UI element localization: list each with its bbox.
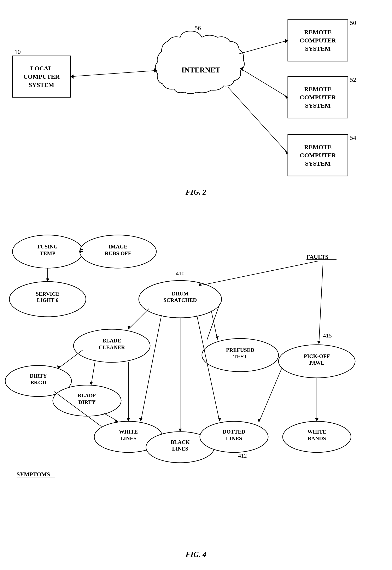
svg-line-108	[259, 369, 282, 422]
svg-point-46	[73, 329, 150, 362]
svg-line-84	[199, 261, 319, 286]
svg-text:DIRTY: DIRTY	[79, 399, 96, 405]
svg-text:WHITE: WHITE	[119, 429, 138, 435]
svg-text:COMPUTER: COMPUTER	[300, 152, 336, 159]
svg-text:52: 52	[350, 76, 356, 83]
svg-line-90	[141, 315, 162, 421]
svg-point-65	[202, 338, 279, 372]
svg-text:BLADE: BLADE	[78, 392, 96, 399]
svg-text:DOTTED: DOTTED	[223, 429, 245, 435]
svg-text:TEST: TEST	[233, 354, 247, 360]
svg-marker-23	[70, 75, 73, 79]
svg-line-97	[58, 350, 83, 369]
svg-text:REMOTE: REMOTE	[304, 143, 332, 150]
svg-text:BLACK: BLACK	[171, 439, 190, 445]
svg-marker-105	[115, 420, 118, 423]
svg-text:54: 54	[350, 134, 356, 141]
svg-text:COMPUTER: COMPUTER	[300, 94, 336, 101]
svg-marker-98	[57, 365, 60, 369]
svg-point-49	[5, 365, 71, 396]
fig4-diagram: FUSING TEMP IMAGE RUBS OFF SERVICE LIGHT…	[0, 217, 392, 565]
svg-text:PAWL: PAWL	[309, 360, 324, 366]
svg-line-30	[228, 87, 288, 153]
svg-marker-111	[216, 336, 219, 340]
svg-text:COMPUTER: COMPUTER	[300, 37, 336, 44]
svg-text:412: 412	[238, 452, 247, 459]
svg-line-103	[54, 391, 101, 427]
svg-point-61	[200, 421, 268, 452]
svg-text:DRUM: DRUM	[172, 291, 189, 297]
svg-line-94	[197, 315, 220, 421]
svg-line-86	[319, 262, 323, 344]
svg-point-55	[94, 421, 163, 452]
svg-marker-26	[285, 39, 288, 43]
svg-text:SYSTEM: SYSTEM	[28, 81, 54, 88]
page: LOCAL COMPUTER SYSTEM 10 INTERNET 56 REM…	[0, 0, 392, 570]
svg-text:LOCAL: LOCAL	[30, 65, 53, 72]
svg-text:FAULTS: FAULTS	[307, 254, 328, 260]
svg-line-22	[70, 70, 157, 77]
svg-point-58	[146, 432, 214, 463]
svg-text:LINES: LINES	[226, 435, 242, 441]
svg-text:FUSING: FUSING	[38, 244, 58, 250]
svg-text:FIG. 4: FIG. 4	[185, 550, 206, 559]
svg-text:410: 410	[176, 270, 184, 277]
svg-text:LIGHT 6: LIGHT 6	[37, 297, 58, 303]
svg-marker-87	[317, 341, 321, 344]
svg-point-52	[53, 385, 121, 416]
svg-text:RUBS OFF: RUBS OFF	[105, 250, 131, 256]
svg-point-68	[279, 345, 355, 378]
svg-text:WHITE: WHITE	[307, 429, 326, 435]
svg-text:INTERNET: INTERNET	[182, 66, 220, 74]
svg-text:SERVICE: SERVICE	[36, 291, 60, 297]
svg-text:SYSTEM: SYSTEM	[305, 160, 331, 167]
svg-text:10: 10	[14, 48, 21, 55]
svg-line-27	[240, 68, 288, 97]
svg-marker-107	[315, 418, 319, 421]
svg-text:PICK-OFF: PICK-OFF	[304, 353, 330, 359]
svg-text:SYSTEM: SYSTEM	[305, 45, 331, 52]
svg-text:SYMPTOMS: SYMPTOMS	[16, 471, 50, 477]
svg-marker-95	[218, 418, 221, 421]
svg-text:REMOTE: REMOTE	[304, 85, 332, 92]
svg-text:IMAGE: IMAGE	[109, 244, 127, 250]
svg-marker-100	[89, 382, 93, 385]
svg-text:CLEANER: CLEANER	[98, 344, 125, 350]
svg-text:56: 56	[195, 24, 201, 31]
svg-text:BANDS: BANDS	[308, 435, 326, 441]
svg-marker-109	[258, 419, 261, 422]
svg-text:REMOTE: REMOTE	[304, 28, 332, 35]
svg-point-42	[139, 280, 222, 318]
svg-marker-89	[127, 326, 130, 329]
svg-marker-83	[46, 278, 49, 282]
svg-point-36	[80, 235, 156, 268]
svg-line-99	[91, 360, 95, 385]
svg-point-39	[9, 282, 86, 317]
svg-line-96	[207, 304, 220, 340]
svg-point-33	[13, 235, 83, 268]
svg-text:COMPUTER: COMPUTER	[23, 73, 60, 80]
svg-text:SCRATCHED: SCRATCHED	[163, 297, 197, 303]
svg-marker-85	[199, 283, 202, 286]
svg-text:LINES: LINES	[172, 446, 188, 452]
svg-line-104	[104, 413, 118, 421]
svg-marker-91	[139, 418, 142, 421]
fig2-diagram: LOCAL COMPUTER SYSTEM 10 INTERNET 56 REM…	[0, 8, 392, 205]
svg-line-25	[239, 40, 288, 54]
svg-line-110	[211, 311, 217, 340]
svg-text:PREFUSED: PREFUSED	[226, 347, 254, 353]
svg-text:415: 415	[323, 332, 332, 339]
svg-text:50: 50	[350, 19, 356, 26]
svg-text:BLADE: BLADE	[102, 338, 121, 344]
svg-marker-93	[179, 429, 182, 432]
svg-text:FIG. 2: FIG. 2	[185, 188, 206, 196]
svg-text:BKGD: BKGD	[30, 379, 46, 386]
svg-text:TEMP: TEMP	[40, 250, 55, 256]
svg-point-72	[283, 421, 351, 452]
svg-text:DIRTY: DIRTY	[30, 373, 47, 379]
svg-line-88	[128, 308, 149, 329]
svg-marker-102	[127, 418, 130, 421]
svg-text:SYSTEM: SYSTEM	[305, 102, 331, 109]
svg-text:LINES: LINES	[120, 435, 137, 441]
